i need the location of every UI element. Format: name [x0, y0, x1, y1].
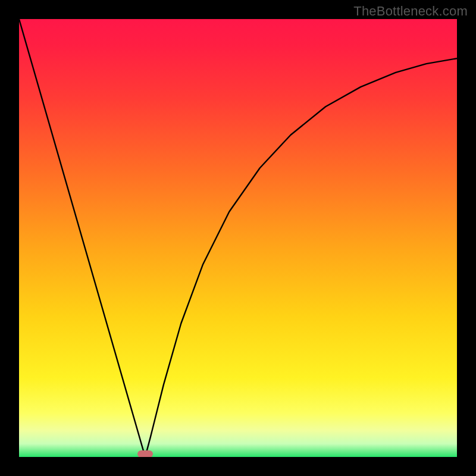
chart-frame: TheBottleneck.com	[0, 0, 476, 476]
bottleneck-curve-path	[19, 19, 457, 457]
plot-area	[19, 19, 457, 457]
curve-svg	[19, 19, 457, 457]
watermark-text: TheBottleneck.com	[353, 4, 468, 19]
optimum-marker	[137, 450, 153, 457]
